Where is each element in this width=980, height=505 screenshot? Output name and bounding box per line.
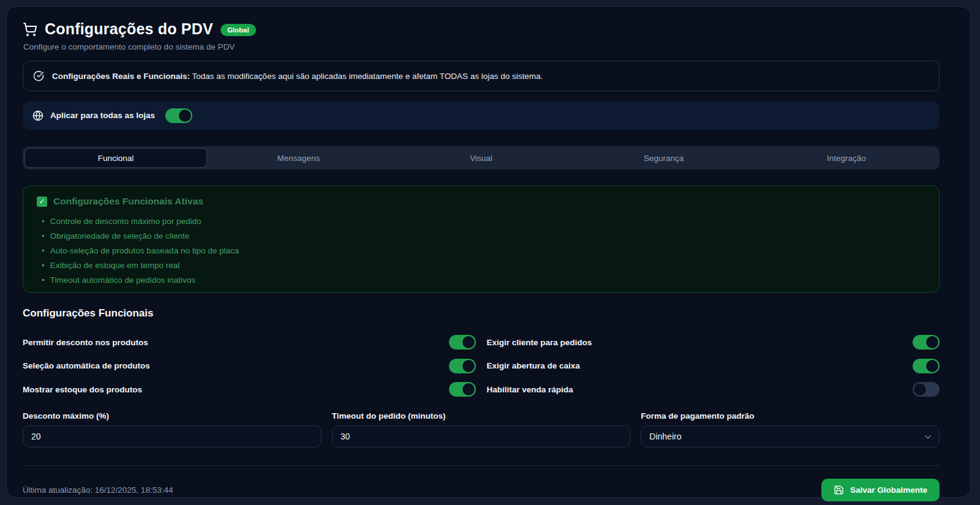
active-setting-item: Timeout automático de pedidos inativos [37,273,925,288]
default-payment-label: Forma de pagamento padrão [641,411,940,421]
max-discount-input[interactable] [31,432,313,441]
setting-toggle[interactable] [913,382,940,397]
tab-item[interactable]: Integração [755,148,938,168]
setting-toggle[interactable] [449,335,476,350]
apply-all-stores-label: Aplicar para todas as lojas [50,111,155,120]
setting-toggle[interactable] [913,335,940,350]
apply-all-stores-toggle[interactable] [165,108,192,123]
apply-all-stores-row: Aplicar para todas as lojas [23,101,940,130]
setting-toggle[interactable] [449,382,476,397]
tab-label: Integração [827,154,866,163]
toggle-knob [926,360,938,372]
tab-item[interactable]: Funcional [24,148,207,168]
page-header: Configurações do PDV Global [23,20,940,38]
info-banner: Configurações Reais e Funcionais: Todas … [23,61,940,91]
toggle-knob [914,383,926,395]
settings-tabbar: Funcional Mensagens Visual Segurança Int… [23,146,940,170]
section-title: Configurações Funcionais [23,307,940,320]
order-timeout-field: Timeout do pedido (minutos) [332,411,631,447]
toggle-knob [926,336,938,348]
tab-label: Mensagens [277,154,320,163]
toggle-label: Seleção automática de produtos [23,361,150,370]
max-discount-field: Desconto máximo (%) [23,411,322,447]
active-setting-item: Obrigatoriedade de seleção de cliente [37,228,925,243]
tab-label: Funcional [98,154,134,163]
toggle-label: Exigir abertura de caixa [487,361,580,370]
active-settings-panel: ✓ Configurações Funcionais Ativas Contro… [23,185,940,293]
active-settings-title: Configurações Funcionais Ativas [53,196,203,207]
check-circle-icon [33,70,44,81]
active-settings-list: Controle de desconto máximo por pedido O… [37,214,925,288]
save-globally-button[interactable]: Salvar Globalmente [821,479,940,501]
field-row: Desconto máximo (%) Timeout do pedido (m… [23,411,940,447]
toggle-grid: Permitir desconto nos produtos Seleção a… [23,331,940,402]
page-subtitle: Configure o comportamento completo do si… [23,42,940,51]
toggle-knob [462,383,475,395]
max-discount-label: Desconto máximo (%) [23,411,322,421]
order-timeout-input[interactable] [341,432,622,441]
toggle-label: Mostrar estoque dos produtos [23,385,142,394]
globe-icon [32,110,43,121]
info-banner-text: Configurações Reais e Funcionais: Todas … [52,72,543,81]
setting-toggle[interactable] [913,359,940,373]
active-setting-item: Controle de desconto máximo por pedido [37,214,925,228]
info-banner-body: Todas as modificações aqui são aplicadas… [190,72,543,81]
default-payment-field: Forma de pagamento padrão Dinheiro [641,411,940,447]
toggle-row: Exigir abertura de caixa [487,354,940,378]
toggle-row: Exigir cliente para pedidos [487,331,940,354]
toggle-label: Exigir cliente para pedidos [487,338,592,347]
default-payment-value: Dinheiro [649,432,681,441]
tab-label: Segurança [644,154,684,163]
pdv-settings-card: Configurações do PDV Global Configure o … [6,6,971,498]
active-setting-item: Auto-seleção de produtos baseada no tipo… [37,243,925,258]
order-timeout-label: Timeout do pedido (minutos) [332,411,631,421]
tab-label: Visual [470,154,492,163]
order-timeout-input-wrap [332,425,631,447]
active-settings-header: ✓ Configurações Funcionais Ativas [37,196,925,207]
save-icon [834,485,844,495]
toggle-knob [462,336,475,348]
toggle-row: Seleção automática de produtos [23,354,476,378]
shopping-cart-icon [23,22,37,37]
setting-toggle[interactable] [449,359,476,373]
toggle-row: Mostrar estoque dos produtos [23,378,476,402]
global-badge: Global [221,24,256,36]
max-discount-input-wrap [23,425,322,447]
chevron-down-icon [923,432,933,442]
page-title: Configurações do PDV [45,20,213,38]
default-payment-select[interactable]: Dinheiro [641,425,940,447]
tab-item[interactable]: Segurança [573,148,755,168]
toggle-label: Habilitar venda rápida [487,385,573,394]
last-update-text: Última atualização: 16/12/2025, 18:53:44 [23,485,173,495]
active-setting-item: Exibição de estoque em tempo real [37,258,925,273]
toggle-knob [179,110,191,122]
tab-item[interactable]: Visual [390,148,572,168]
tab-item[interactable]: Mensagens [207,148,390,168]
toggle-row: Habilitar venda rápida [487,378,940,402]
toggle-label: Permitir desconto nos produtos [23,338,148,347]
footer: Última atualização: 16/12/2025, 18:53:44… [23,466,940,501]
save-globally-label: Salvar Globalmente [850,485,927,495]
checked-checkbox-icon: ✓ [37,196,47,207]
toggle-row: Permitir desconto nos produtos [23,331,476,354]
toggle-knob [462,360,475,372]
info-banner-title: Configurações Reais e Funcionais: [52,72,190,81]
